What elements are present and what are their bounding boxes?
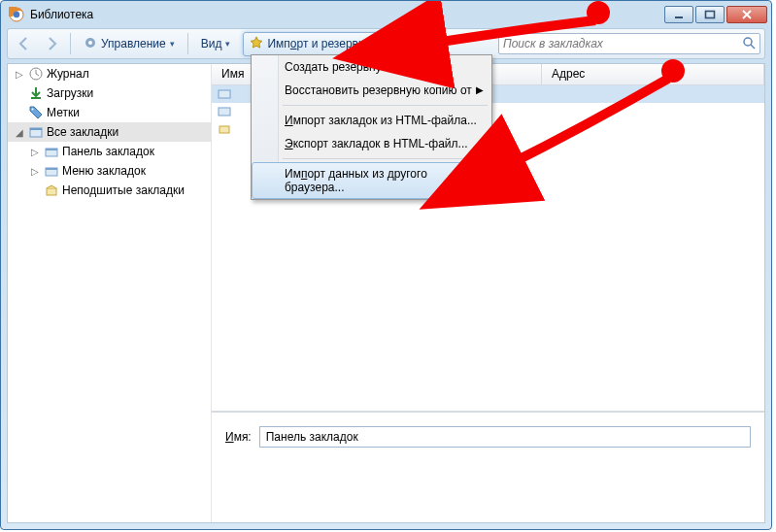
- search-input[interactable]: [503, 37, 742, 50]
- back-button[interactable]: [12, 32, 35, 55]
- menu-create-backup[interactable]: Создать резервную копию...: [252, 55, 491, 79]
- import-backup-button[interactable]: Импорт и резервные копии▾: [243, 32, 429, 56]
- clock-icon: [28, 66, 44, 82]
- sidebar-item-history[interactable]: ▷ Журнал: [8, 64, 211, 83]
- close-button[interactable]: [726, 6, 767, 23]
- sidebar-label: Журнал: [47, 67, 89, 81]
- forward-button[interactable]: [41, 32, 64, 55]
- box-icon: [44, 183, 59, 198]
- search-icon: [742, 36, 756, 52]
- maximize-button[interactable]: [695, 6, 725, 23]
- import-backup-menu: Создать резервную копию... Восстановить …: [251, 54, 492, 200]
- menu-export-html[interactable]: Экспорт закладок в HTML-файл...: [252, 132, 491, 155]
- svg-rect-20: [219, 126, 229, 133]
- folder-icon: [44, 144, 59, 159]
- sidebar-item-all-bookmarks[interactable]: ◢ Все закладки: [8, 122, 211, 142]
- svg-line-7: [751, 45, 755, 49]
- folder-icon: [218, 86, 231, 103]
- sidebar-label: Загрузки: [47, 86, 93, 100]
- sidebar-label: Неподшитые закладки: [62, 183, 185, 197]
- bookmarks-icon: [28, 124, 44, 140]
- search-box[interactable]: [498, 33, 760, 54]
- svg-point-1: [14, 12, 19, 17]
- sidebar-label: Панель закладок: [62, 145, 154, 158]
- library-window: Библиотека Управление▾ Вид▾ Импорт и рез…: [0, 0, 772, 530]
- svg-rect-12: [30, 128, 42, 130]
- sidebar-label: Меню закладок: [62, 164, 146, 178]
- download-icon: [28, 85, 44, 101]
- svg-point-6: [744, 38, 752, 46]
- sidebar-item-downloads[interactable]: ▷ Загрузки: [8, 83, 211, 103]
- sidebar-label: Метки: [47, 106, 80, 119]
- manage-label: Управление: [101, 37, 166, 50]
- sidebar-item-unsorted[interactable]: ▷ Неподшитые закладки: [8, 181, 211, 200]
- folder-icon: [218, 104, 231, 120]
- svg-rect-14: [46, 149, 57, 150]
- menu-import-html[interactable]: Импорт закладок из HTML-файла...: [252, 109, 491, 132]
- box-icon: [218, 121, 231, 138]
- gear-icon: [84, 36, 97, 52]
- svg-rect-2: [675, 17, 683, 18]
- import-label: Импорт и резервные копии: [267, 37, 414, 50]
- app-icon: [9, 7, 24, 22]
- sidebar-item-bm-menu[interactable]: ▷ Меню закладок: [8, 161, 211, 181]
- minimize-button[interactable]: [664, 6, 693, 23]
- star-icon: [250, 36, 263, 52]
- sidebar: ▷ Журнал ▷ Загрузки ▷ Метки ◢ Все заклад…: [8, 64, 212, 522]
- view-button[interactable]: Вид▾: [194, 33, 238, 54]
- tag-icon: [28, 105, 44, 120]
- titlebar: Библиотека: [1, 1, 771, 28]
- svg-rect-18: [219, 90, 230, 98]
- col-address[interactable]: Адрес: [542, 64, 764, 84]
- svg-rect-19: [219, 108, 230, 116]
- window-title: Библиотека: [30, 8, 664, 21]
- menu-import-browser[interactable]: Импорт данных из другого браузера...: [252, 162, 491, 199]
- folder-icon: [44, 163, 59, 179]
- svg-rect-9: [31, 97, 41, 99]
- svg-rect-17: [47, 188, 56, 195]
- sidebar-item-bm-toolbar[interactable]: ▷ Панель закладок: [8, 142, 211, 161]
- detail-name-input[interactable]: [259, 426, 751, 448]
- sidebar-label: Все закладки: [47, 125, 118, 139]
- view-label: Вид: [201, 37, 222, 50]
- detail-panel: Имя:: [212, 412, 764, 522]
- svg-point-5: [88, 41, 92, 45]
- svg-rect-16: [46, 168, 57, 170]
- menu-restore-from[interactable]: Восстановить резервную копию от▶: [252, 79, 491, 102]
- sidebar-item-tags[interactable]: ▷ Метки: [8, 103, 211, 122]
- manage-button[interactable]: Управление▾: [77, 32, 182, 56]
- svg-point-10: [32, 109, 34, 111]
- svg-rect-3: [706, 12, 715, 18]
- detail-name-label: Имя:: [225, 430, 252, 444]
